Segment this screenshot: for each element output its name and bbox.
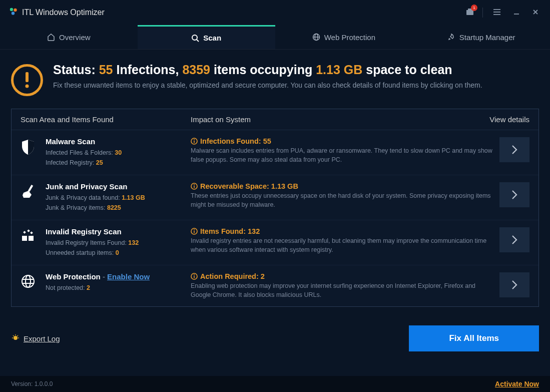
status-description: Fix these unwanted items to enjoy a stab…	[53, 81, 482, 89]
tab-startup-label: Startup Manager	[459, 33, 515, 42]
chevron-right-icon	[511, 279, 518, 290]
svg-point-38	[14, 336, 18, 340]
info-icon	[191, 273, 198, 280]
tab-web-label: Web Protection	[324, 33, 375, 42]
registry-impact-desc: Invalid registry entries are not necessa…	[191, 237, 494, 254]
svg-rect-24	[29, 236, 34, 241]
svg-rect-23	[22, 236, 27, 241]
broom-icon	[21, 184, 37, 200]
malware-impact-title: Infections Found: 55	[191, 137, 494, 145]
junk-sub1: Junk & Privacy data found: 1.13 GB	[46, 193, 191, 203]
chevron-right-icon	[511, 234, 518, 245]
web-title: Web Protection - Enable Now	[46, 272, 191, 281]
footer-actions: Export Log Fix All Items	[0, 314, 550, 356]
notification-badge: 1	[471, 5, 477, 11]
col-view-details: View details	[469, 115, 529, 124]
svg-point-18	[194, 139, 195, 140]
svg-point-30	[194, 229, 195, 230]
bottom-bar: Version: 1.0.0.0 Activate Now	[0, 376, 550, 392]
svg-point-15	[26, 85, 29, 88]
export-log-link[interactable]: Export Log	[11, 334, 60, 343]
enable-now-link[interactable]: Enable Now	[107, 272, 150, 281]
app-title: ITL Windows Optimizer	[22, 8, 105, 17]
svg-rect-14	[26, 72, 29, 82]
web-sub1: Not protected: 2	[46, 283, 191, 293]
scan-results-table: Scan Area and Items Found Impact on Syst…	[11, 109, 539, 307]
junk-impact-desc: These entries just occupy unnecessary sp…	[191, 192, 494, 209]
info-icon	[191, 138, 198, 145]
info-icon	[191, 228, 198, 235]
svg-rect-19	[28, 185, 33, 192]
row-registry-scan: Invalid Registry Scan Invalid Registry I…	[12, 220, 538, 265]
svg-point-37	[194, 274, 195, 275]
svg-rect-17	[194, 141, 195, 143]
svg-point-22	[194, 184, 195, 185]
svg-rect-21	[194, 186, 195, 188]
search-icon	[191, 34, 199, 42]
divider	[482, 8, 483, 18]
svg-line-10	[197, 40, 199, 42]
status-summary: Status: 55 Infections, 8359 items occupy…	[11, 62, 539, 96]
svg-line-43	[18, 335, 19, 336]
malware-details-button[interactable]	[499, 137, 529, 162]
col-scan-area: Scan Area and Items Found	[21, 115, 191, 124]
svg-rect-36	[194, 276, 195, 278]
tab-overview[interactable]: Overview	[0, 25, 138, 49]
svg-point-1	[14, 9, 17, 12]
toolbox-button[interactable]: 1	[465, 8, 474, 18]
main-tabs: Overview Scan Web Protection Startup Man…	[0, 25, 550, 50]
tab-web-protection[interactable]: Web Protection	[275, 25, 413, 49]
titlebar: ITL Windows Optimizer 1	[0, 0, 550, 25]
junk-impact-title: Recoverable Space: 1.13 GB	[191, 182, 494, 190]
close-icon	[532, 9, 539, 16]
minimize-button[interactable]	[511, 8, 522, 18]
tab-overview-label: Overview	[59, 33, 91, 42]
junk-details-button[interactable]	[499, 182, 529, 207]
svg-point-32	[26, 275, 31, 287]
svg-point-9	[192, 35, 197, 40]
shield-icon	[21, 139, 36, 156]
svg-line-42	[13, 335, 14, 336]
minimize-icon	[513, 9, 520, 16]
activate-now-link[interactable]: Activate Now	[495, 380, 539, 388]
registry-details-button[interactable]	[499, 227, 529, 252]
registry-title: Invalid Registry Scan	[46, 227, 191, 236]
rocket-icon	[447, 33, 455, 41]
svg-rect-26	[27, 229, 30, 232]
malware-sub2: Infected Registry: 25	[46, 158, 191, 168]
hamburger-icon	[493, 9, 501, 16]
globe-icon	[312, 33, 320, 41]
app-logo-icon	[9, 7, 18, 18]
malware-title: Malware Scan	[46, 137, 191, 146]
registry-impact-title: Items Found: 132	[191, 227, 494, 235]
chevron-right-icon	[511, 189, 518, 200]
svg-point-0	[10, 8, 13, 11]
tab-startup-manager[interactable]: Startup Manager	[412, 25, 550, 49]
svg-point-31	[22, 275, 34, 287]
registry-icon	[21, 229, 36, 244]
row-malware-scan: Malware Scan Infected Files & Folders: 3…	[12, 130, 538, 175]
fix-all-button[interactable]: Fix All Items	[409, 325, 539, 351]
table-header: Scan Area and Items Found Impact on Syst…	[12, 109, 538, 130]
home-icon	[47, 33, 55, 41]
web-impact-title: Action Required: 2	[191, 272, 494, 280]
info-icon	[191, 183, 198, 190]
menu-button[interactable]	[491, 8, 503, 18]
col-impact: Impact on System	[191, 115, 469, 124]
web-details-button[interactable]	[499, 272, 529, 297]
close-button[interactable]	[530, 8, 541, 18]
svg-rect-29	[194, 231, 195, 233]
junk-sub2: Junk & Privacy items: 8225	[46, 203, 191, 213]
tab-scan-label: Scan	[203, 34, 221, 42]
registry-sub2: Unneeded startup items: 0	[46, 248, 191, 258]
row-junk-scan: Junk and Privacy Scan Junk & Privacy dat…	[12, 175, 538, 220]
svg-rect-27	[30, 231, 33, 234]
warning-icon	[11, 64, 43, 96]
chevron-right-icon	[511, 144, 518, 155]
svg-rect-25	[23, 231, 26, 234]
junk-title: Junk and Privacy Scan	[46, 182, 191, 191]
malware-sub1: Infected Files & Folders: 30	[46, 148, 191, 158]
bulb-icon	[11, 334, 20, 343]
tab-scan[interactable]: Scan	[138, 25, 275, 49]
version-label: Version: 1.0.0.0	[11, 380, 53, 387]
